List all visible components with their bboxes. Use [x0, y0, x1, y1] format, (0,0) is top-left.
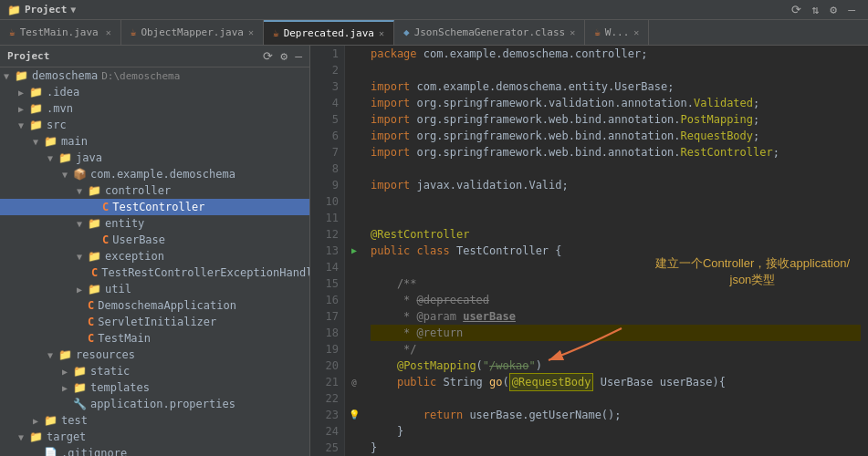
tree-item-label: controller [105, 184, 171, 197]
tree-item-label: target [47, 430, 86, 443]
folder-icon: 📁 [29, 430, 43, 443]
tab-json-schema[interactable]: ◆ JsonSchemaGenerator.class ✕ [394, 20, 585, 45]
tab-w[interactable]: ☕ W... ✕ [585, 20, 649, 45]
tree-item-label: TestController [112, 201, 204, 213]
tab-test-main[interactable]: ☕ TestMain.java ✕ [0, 20, 121, 45]
tree-item-demo-app[interactable]: C DemoschemaApplication [0, 297, 309, 314]
bulb-gutter-icon[interactable]: 💡 [345, 407, 363, 423]
tree-item[interactable]: ▶ 📁 .idea [0, 84, 309, 100]
code-line-8 [371, 161, 861, 177]
tree-item[interactable]: ▶ 📁 static [0, 363, 309, 379]
top-bar-settings-icon[interactable]: ⚙ [830, 3, 837, 16]
tab-close-icon[interactable]: ✕ [379, 28, 384, 38]
folder-icon: 📁 [88, 217, 101, 230]
line-number: 17 [316, 308, 339, 325]
class-icon: C [88, 332, 94, 345]
tree-item-path: D:\demoschema [101, 70, 180, 82]
tree-item-label: ServletInitializer [98, 316, 216, 328]
line-number: 8 [316, 161, 339, 177]
tree-item[interactable]: ▼ 📁 main [0, 133, 309, 150]
main-layout: Project ⟳ ⚙ — ▼ 📁 demoschema D:\demosche… [0, 46, 868, 456]
tree-item[interactable]: ▼ 📁 target [0, 429, 309, 445]
tree-expand-icon: ▼ [18, 120, 29, 130]
tab-close-icon[interactable]: ✕ [570, 27, 575, 37]
sidebar-title: Project [7, 50, 49, 62]
line-number: 3 [316, 78, 339, 95]
tree-item-servlet[interactable]: C ServletInitializer [0, 314, 309, 330]
tree-item-templates[interactable]: ▶ 📁 templates [0, 379, 309, 396]
class-icon: C [102, 233, 109, 246]
line-number: 18 [316, 325, 339, 341]
class-icon: C [88, 316, 94, 328]
line-number: 14 [316, 259, 339, 275]
top-bar-sync-icon[interactable]: ⟳ [791, 3, 801, 16]
class-icon: C [91, 266, 98, 279]
tree-item-exception-handler[interactable]: C TestRestControllerExceptionHandle [0, 264, 309, 281]
file-icon: 📄 [44, 447, 58, 456]
tree-item[interactable]: ▶ 📁 .mvn [0, 100, 309, 117]
tree-item[interactable]: ▼ 📁 resources [0, 347, 309, 363]
code-line-18: * @return [371, 325, 861, 341]
tab-close-icon[interactable]: ✕ [106, 27, 111, 37]
code-line-2 [371, 62, 861, 78]
tree-item[interactable]: ▼ 📁 controller [0, 182, 309, 199]
code-line-11 [371, 210, 861, 226]
folder-icon: 📁 [88, 250, 101, 263]
code-line-16: * @deprecated [371, 292, 861, 308]
tree-expand-icon: ▼ [4, 71, 15, 81]
line-number: 9 [316, 177, 339, 193]
code-line-22 [371, 390, 861, 407]
tree-item[interactable]: ▼ 📁 entity [0, 215, 309, 232]
tree-item-label: static [90, 365, 130, 378]
tab-deprecated[interactable]: ☕ Deprecated.java ✕ [264, 20, 394, 45]
tree-expand-icon: ▶ [62, 383, 73, 393]
sidebar-minimize-icon[interactable]: — [295, 49, 302, 63]
tree-expand-icon: ▼ [77, 252, 88, 262]
tree-expand-icon: ▼ [33, 137, 44, 147]
tree-item[interactable]: ▼ 📁 src [0, 117, 309, 133]
sidebar-settings-icon[interactable]: ⚙ [280, 49, 288, 63]
code-area[interactable]: package com.example.demoschema.controlle… [363, 46, 868, 456]
tab-object-mapper[interactable]: ☕ ObjectMapper.java ✕ [121, 20, 264, 45]
sidebar-sync-icon[interactable]: ⟳ [263, 49, 273, 63]
tree-item[interactable]: ▶ 📁 test [0, 412, 309, 429]
tree-item[interactable]: ▼ 📁 java [0, 150, 309, 166]
tree-expand-icon: ▶ [33, 416, 44, 426]
tree-item-user-base[interactable]: C UserBase [0, 232, 309, 248]
tree-item[interactable]: ▼ 📦 com.example.demoschema [0, 166, 309, 182]
folder-icon: 📁 [44, 135, 58, 148]
tree-expand-icon: ▼ [47, 350, 58, 360]
project-folder-icon: 📁 [15, 69, 28, 82]
sidebar: Project ⟳ ⚙ — ▼ 📁 demoschema D:\demosche… [0, 46, 310, 456]
line-number: 19 [316, 341, 339, 358]
tree-item[interactable]: ▶ 📁 util [0, 281, 309, 297]
class-icon: C [102, 201, 109, 213]
tree-item-test-main[interactable]: C TestMain [0, 330, 309, 347]
tree-item-label: UserBase [112, 233, 165, 246]
folder-icon: 📁 [73, 381, 87, 394]
tree-item-app-properties[interactable]: 🔧 application.properties [0, 396, 309, 412]
top-bar-compare-icon[interactable]: ⇅ [812, 3, 820, 16]
top-bar-minimize-icon[interactable]: — [848, 3, 855, 16]
tree-item-gitignore[interactable]: 📄 .gitignore [0, 445, 309, 456]
tree-item-label: application.properties [90, 398, 235, 410]
code-line-5: import org.springframework.web.bind.anno… [371, 111, 861, 128]
tree-item-test-controller[interactable]: C TestController [0, 199, 309, 215]
top-bar-dropdown-icon[interactable]: ▼ [70, 5, 76, 15]
tab-label: JsonSchemaGenerator.class [414, 26, 566, 38]
line-numbers: 1 2 3 4 5 6 7 8 9 10 11 12 13 14 15 16 1… [310, 46, 345, 456]
file-tree: ▼ 📁 demoschema D:\demoschema ▶ 📁 .idea ▶… [0, 67, 309, 456]
tree-item-label: entity [105, 217, 144, 230]
tree-expand-icon: ▼ [47, 153, 58, 163]
run-gutter-icon[interactable]: ▶ [345, 243, 363, 259]
code-line-17: * @param userBase [371, 308, 861, 325]
tree-expand-icon: ▼ [62, 170, 73, 180]
properties-icon: 🔧 [73, 398, 87, 410]
top-bar-title: Project [25, 4, 67, 16]
tab-label: Deprecated.java [284, 27, 374, 39]
tab-close-icon[interactable]: ✕ [633, 27, 639, 37]
line-number: 25 [316, 440, 339, 456]
tree-item[interactable]: ▼ 📁 demoschema D:\demoschema [0, 67, 309, 84]
tab-close-icon[interactable]: ✕ [248, 27, 254, 37]
tree-item[interactable]: ▼ 📁 exception [0, 248, 309, 264]
